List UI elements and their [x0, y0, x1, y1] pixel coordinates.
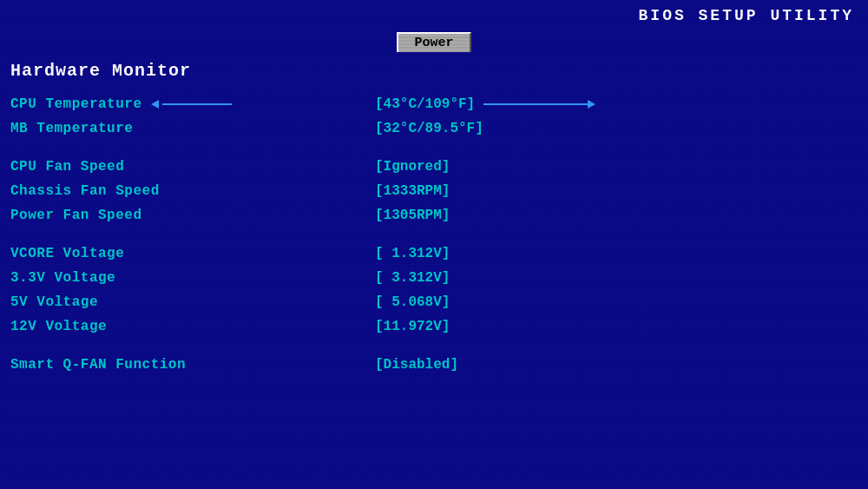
cpu-temp-value-arrow	[483, 100, 595, 109]
v33-value: [ 3.312V]	[375, 270, 851, 286]
table-row: 3.3V Voltage [ 3.312V]	[10, 267, 851, 289]
smart-fan-value: [Disabled]	[375, 357, 851, 373]
content-area: Hardware Monitor CPU Temperature [43°C/1…	[0, 52, 868, 387]
mb-temp-value: [32°C/89.5°F]	[375, 121, 851, 136]
table-row: Chassis Fan Speed [1333RPM]	[10, 180, 851, 202]
table-row: 12V Voltage [11.972V]	[10, 315, 851, 338]
arrow-right-line-icon	[483, 103, 588, 105]
arrow-right-head-icon	[588, 100, 595, 109]
monitor-table: CPU Temperature [43°C/109°F] MB Temperat…	[10, 93, 851, 376]
spacer-row	[10, 228, 851, 241]
smart-fan-label: Smart Q-FAN Function	[10, 357, 375, 373]
bios-title: BIOS SETUP UTILITY	[639, 7, 854, 24]
cpu-fan-label: CPU Fan Speed	[10, 159, 375, 175]
tab-bar: Power	[0, 28, 868, 52]
v5-label: 5V Voltage	[10, 294, 375, 310]
power-fan-value: [1305RPM]	[375, 208, 851, 223]
table-row: CPU Temperature [43°C/109°F]	[10, 93, 851, 116]
mb-temp-label: MB Temperature	[10, 121, 375, 136]
table-row: CPU Fan Speed [Ignored]	[10, 155, 851, 178]
cpu-temp-value: [43°C/109°F]	[375, 96, 851, 112]
table-row: MB Temperature [32°C/89.5°F]	[10, 117, 851, 140]
arrow-left-line-icon	[162, 103, 232, 105]
spacer-row	[10, 142, 851, 154]
power-fan-label: Power Fan Speed	[10, 208, 375, 223]
cpu-fan-value: [Ignored]	[375, 159, 851, 175]
cpu-temp-label: CPU Temperature	[10, 96, 375, 112]
power-tab[interactable]: Power	[397, 32, 470, 52]
table-row: Power Fan Speed [1305RPM]	[10, 204, 851, 227]
chassis-fan-value: [1333RPM]	[375, 183, 851, 199]
vcore-value: [ 1.312V]	[375, 246, 851, 261]
v33-label: 3.3V Voltage	[10, 270, 375, 286]
cpu-temp-label-arrow	[151, 100, 232, 109]
table-row: 5V Voltage [ 5.068V]	[10, 291, 851, 314]
table-row: Smart Q-FAN Function [Disabled]	[10, 354, 851, 376]
table-row: VCORE Voltage [ 1.312V]	[10, 242, 851, 265]
v5-value: [ 5.068V]	[375, 294, 851, 310]
v12-label: 12V Voltage	[10, 319, 375, 334]
v12-value: [11.972V]	[375, 319, 851, 334]
header-bar: BIOS SETUP UTILITY	[0, 0, 868, 28]
arrow-left-head-icon	[151, 100, 159, 109]
vcore-label: VCORE Voltage	[10, 246, 375, 261]
chassis-fan-label: Chassis Fan Speed	[10, 183, 375, 199]
spacer-row	[10, 340, 851, 352]
section-title: Hardware Monitor	[10, 61, 851, 81]
